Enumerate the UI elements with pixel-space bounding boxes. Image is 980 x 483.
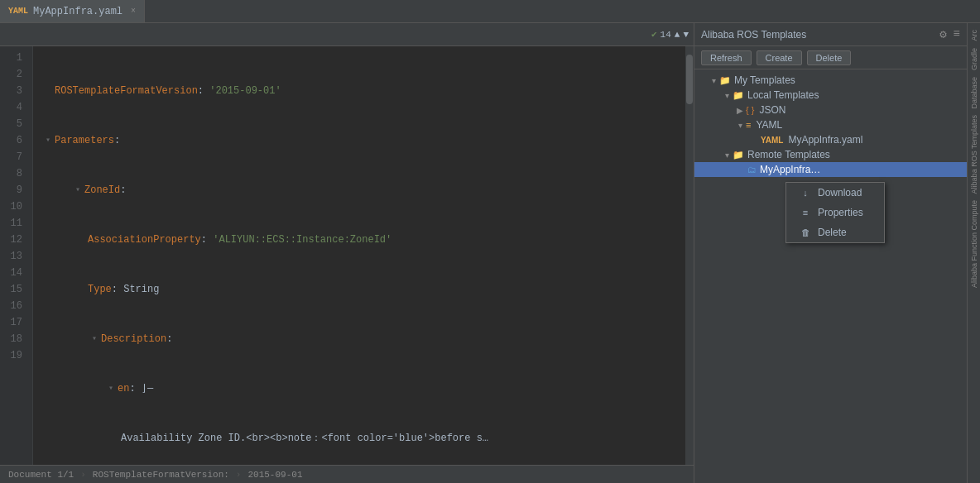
tab-close-button[interactable]: × (131, 7, 136, 16)
context-menu-properties[interactable]: ≡ Properties (786, 203, 884, 222)
tree-item-local-templates[interactable]: ▾ 📁 Local Templates (694, 88, 967, 103)
side-label-fc[interactable]: Alibaba Function Compute (968, 197, 980, 291)
remote-file-icon: 🗂 (747, 165, 757, 175)
properties-icon: ≡ (800, 207, 811, 218)
yaml-icon: ≡ (746, 120, 751, 130)
code-line: AssociationProperty: 'ALIYUN::ECS::Insta… (41, 232, 685, 248)
code-line: ▾ ZoneId: (41, 182, 685, 198)
remote-folder-icon: 📁 (733, 150, 744, 160)
breadcrumb-2: 2015-09-01 (247, 470, 302, 480)
json-icon: { } (746, 105, 754, 115)
code-line: ▾ en: ⌋— (41, 380, 685, 397)
scrollbar-thumb[interactable] (686, 55, 693, 104)
tree-area: ▾ 📁 My Templates ▾ 📁 Local Templates ▶ {… (694, 69, 967, 483)
breadcrumb-1: ROSTemplateFormatVersion: (93, 470, 229, 480)
side-icons-strip: Arc Gradle Database Alibaba ROS Template… (967, 23, 980, 483)
tree-label-myappinfra-remote: MyAppInfra… (760, 164, 820, 175)
right-panel: Alibaba ROS Templates ⚙ ≡ Refresh Create… (694, 23, 967, 483)
code-line: ROSTemplateFormatVersion: '2015-09-01' (41, 83, 685, 99)
context-menu-properties-label: Properties (818, 207, 863, 218)
side-label-ros[interactable]: Alibaba ROS Templates (968, 112, 980, 197)
code-line: ▾ Description: (41, 331, 685, 347)
check-icon: ✔ (651, 29, 657, 40)
gear-icon[interactable]: ⚙ (939, 27, 946, 41)
down-arrow[interactable]: ▼ (683, 30, 689, 40)
settings-icon[interactable]: ≡ (954, 27, 960, 41)
tree-item-json[interactable]: ▶ { } JSON (694, 103, 967, 117)
code-line: ▾ Parameters: (41, 132, 685, 149)
side-label-gradle[interactable]: Gradle (968, 45, 980, 74)
folder-icon: 📁 (733, 90, 744, 101)
context-menu-download-label: Download (818, 187, 862, 198)
side-icon-group: Arc Gradle Database Alibaba ROS Template… (968, 23, 980, 295)
tree-item-my-templates[interactable]: ▾ 📁 My Templates (694, 73, 967, 88)
tree-item-myappinfra-remote[interactable]: 🗂 MyAppInfra… (694, 162, 967, 177)
context-menu-delete-label: Delete (818, 227, 847, 238)
tree-item-yaml[interactable]: ▾ ≡ YAML (694, 117, 967, 132)
up-arrow[interactable]: ▲ (675, 30, 680, 40)
folder-icon: 📁 (719, 75, 731, 86)
tab-bar: YAML MyAppInfra.yaml × (0, 0, 980, 23)
panel-buttons-bar: Refresh Create Delete (694, 46, 967, 69)
side-label-database[interactable]: Database (968, 74, 980, 112)
breadcrumb-sep2: › (236, 470, 242, 480)
editor-area: ✔ 14 ▲ ▼ 1 2 3 4 5 6 7 8 9 10 11 12 13 (0, 23, 694, 483)
code-line: Type: String (41, 281, 685, 298)
download-icon: ↓ (800, 187, 811, 198)
tree-arrow-local-templates: ▾ (721, 89, 733, 101)
yaml-file-icon: YAML (761, 136, 783, 145)
code-content[interactable]: ROSTemplateFormatVersion: '2015-09-01' ▾… (33, 46, 685, 465)
editor-toolbar: ✔ 14 ▲ ▼ (0, 23, 694, 46)
breadcrumb-sep1: › (80, 470, 86, 480)
main-area: ✔ 14 ▲ ▼ 1 2 3 4 5 6 7 8 9 10 11 12 13 (0, 23, 980, 483)
tree-label-yaml: YAML (756, 119, 782, 131)
check-indicator: ✔ 14 ▲ ▼ (651, 29, 689, 40)
tree-arrow-remote-templates: ▾ (721, 149, 733, 160)
line-numbers: 1 2 3 4 5 6 7 8 9 10 11 12 13 14 15 16 1… (0, 46, 33, 465)
tree-item-remote-templates[interactable]: ▾ 📁 Remote Templates (694, 147, 967, 162)
panel-title: Alibaba ROS Templates (701, 29, 806, 41)
tree-label-local-templates: Local Templates (747, 89, 819, 101)
panel-header: Alibaba ROS Templates ⚙ ≡ (694, 23, 967, 46)
code-line: Availability Zone ID.<br><b>note：<font c… (41, 430, 685, 447)
status-bar: Document 1/1 › ROSTemplateFormatVersion:… (0, 465, 694, 483)
context-menu-download[interactable]: ↓ Download (786, 183, 884, 203)
delete-button[interactable]: Delete (807, 50, 852, 65)
tree-item-myappinfra-local[interactable]: YAML MyAppInfra.yaml (694, 132, 967, 147)
context-menu-delete[interactable]: 🗑 Delete (786, 222, 884, 242)
tab-yaml-icon: YAML (8, 7, 28, 16)
tree-arrow-yaml: ▾ (734, 119, 746, 131)
editor-scrollbar[interactable] (685, 46, 694, 465)
editor-scroll-wrapper: 1 2 3 4 5 6 7 8 9 10 11 12 13 14 15 16 1… (0, 46, 694, 465)
tree-label-json: JSON (759, 104, 785, 116)
context-menu: ↓ Download ≡ Properties 🗑 Delete (785, 182, 885, 243)
tree-arrow-json: ▶ (734, 104, 746, 116)
delete-icon: 🗑 (800, 227, 811, 238)
tab-label: MyAppInfra.yaml (33, 6, 122, 17)
side-label-arc[interactable]: Arc (968, 26, 980, 45)
tree-label-my-templates: My Templates (734, 74, 795, 86)
doc-info: Document 1/1 (8, 470, 74, 480)
create-button[interactable]: Create (757, 50, 802, 65)
check-count: 14 (661, 30, 671, 40)
refresh-button[interactable]: Refresh (701, 50, 752, 65)
tree-label-remote-templates: Remote Templates (747, 149, 830, 160)
tree-label-myappinfra-local: MyAppInfra.yaml (788, 134, 862, 146)
tree-arrow-my-templates: ▾ (708, 74, 719, 86)
editor-tab[interactable]: YAML MyAppInfra.yaml × (0, 0, 145, 22)
panel-actions: ⚙ ≡ (939, 27, 960, 41)
